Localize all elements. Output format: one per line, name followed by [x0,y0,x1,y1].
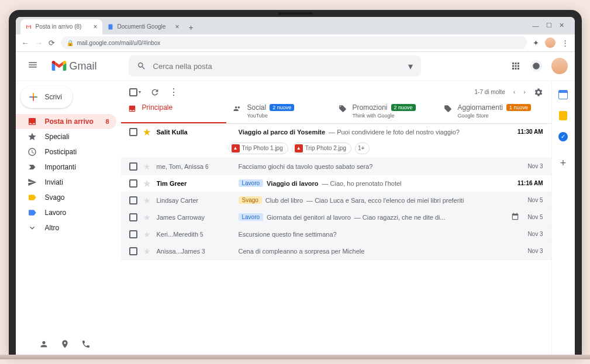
url-text: mail.google.com/mail/u/0/#inbox [77,40,161,46]
email-row[interactable]: ★ James Carroway Lavoro Giornata dei gen… [121,209,551,226]
window-controls: — ☐ ✕ [527,17,570,34]
apps-icon[interactable] [510,61,521,71]
search-options-icon[interactable]: ▾ [408,61,413,72]
star-icon[interactable]: ★ [143,162,151,171]
location-icon[interactable] [60,339,70,349]
plus-icon [27,91,39,103]
sidebar-item-label: Importanti [45,163,76,171]
sidebar-item-inviati[interactable]: Inviati [16,175,116,190]
minimize-button[interactable]: — [533,22,539,29]
settings-icon[interactable] [534,88,543,97]
search-icon [137,61,146,71]
keep-app-icon[interactable] [558,110,568,121]
compose-button[interactable]: Scrivi [20,86,73,108]
calendar-icon [511,213,519,222]
email-checkbox[interactable] [129,128,137,136]
next-page-button[interactable]: › [523,89,525,95]
email-time: 11:16 AM [517,180,543,186]
star-icon[interactable]: ★ [143,179,151,188]
browser-tab-strip: Posta in arrivo (8) × Documenti Google ×… [16,17,575,34]
sidebar-item-svago[interactable]: Svago [16,190,116,205]
email-row[interactable]: ★ me, Tom, Anissa6 Facciamo giochi da ta… [121,158,551,175]
gmail-header: Gmail ▾ [16,52,575,81]
svg-rect-0 [108,24,112,29]
email-content: Facciamo giochi da tavolo questo sabato … [239,163,522,170]
email-row[interactable]: ★ Salit Kulla Viaggio al parco di Yosemi… [121,124,551,140]
email-row[interactable]: ★ Lindsay Carter Svago Club del libro Ci… [121,192,551,209]
image-icon: ▲ [232,144,240,152]
close-icon[interactable]: × [93,23,97,31]
email-checkbox[interactable] [129,230,137,238]
star-icon[interactable]: ★ [143,196,151,205]
send-icon [27,178,37,187]
attachment-name: Trip Photo 1.jpg [242,145,283,151]
email-row[interactable]: ★ Anissa...James3 Cena di compleanno a s… [121,243,551,260]
star-icon[interactable]: ★ [143,213,151,222]
extensions-icon[interactable]: ✦ [533,39,539,47]
more-button[interactable]: ⋮ [169,86,178,98]
notifications-icon[interactable] [530,60,542,72]
back-button[interactable]: ← [22,39,29,47]
tag-icon [339,105,347,115]
sidebar-item-posticipati[interactable]: Posticipati [16,144,116,160]
star-icon[interactable]: ★ [143,127,151,137]
search-box[interactable]: ▾ [129,56,421,77]
sidebar-item-speciali[interactable]: Speciali [16,129,116,144]
email-checkbox[interactable] [129,179,137,188]
prev-page-button[interactable]: ‹ [513,89,515,95]
main-menu-button[interactable] [23,55,43,77]
star-icon[interactable]: ★ [143,230,151,239]
email-checkbox[interactable] [129,196,137,204]
select-all[interactable]: ▾ [129,88,141,96]
category-tab-aggiornamenti[interactable]: Aggiornamenti 1 nuove Google Store [437,103,542,123]
attachment-more[interactable]: 1+ [355,143,370,154]
email-checkbox[interactable] [129,247,137,255]
attachment-chip[interactable]: ▲Trip Photo 1.jpg [229,143,288,154]
calendar-app-icon[interactable] [558,89,568,100]
browser-actions: ✦ ⋮ [533,37,569,48]
category-tab-principale[interactable]: Principale [121,103,226,123]
sidebar-item-lavoro[interactable]: Lavoro [16,205,116,220]
new-tab-button[interactable]: + [184,20,198,34]
email-row[interactable]: ★ Keri...Meredith5 Escursione questo fin… [121,226,551,243]
email-subject: Cena di compleanno a sorpresa per Michel… [239,248,365,255]
browser-menu-icon[interactable]: ⋮ [561,39,569,47]
category-tab-promozioni[interactable]: Promozioni 2 nuove Think with Google [332,103,437,123]
sidebar-item-altro[interactable]: Altro [16,220,116,235]
tasks-app-icon[interactable]: ✓ [558,131,568,142]
sidebar-item-posta-in-arrivo[interactable]: Posta in arrivo 8 [16,114,116,129]
email-checkbox[interactable] [129,162,137,171]
account-avatar[interactable] [551,58,568,74]
gmail-logo-text: Gmail [70,60,97,72]
add-app-icon[interactable]: + [558,158,568,169]
refresh-button[interactable] [150,88,160,97]
browser-tab-inactive[interactable]: Documenti Google × [102,19,184,34]
chevron-down-icon[interactable]: ▾ [139,89,141,95]
category-badge: 1 nuove [506,104,531,111]
inbox-icon [128,105,136,115]
close-icon[interactable]: × [175,23,179,31]
search-input[interactable] [153,62,401,71]
email-content: Escursione questo fine settimana? [239,231,522,238]
close-window-button[interactable]: ✕ [559,22,564,29]
email-time: Nov 5 [527,214,543,220]
star-icon[interactable]: ★ [143,247,151,256]
main-content: Scrivi Posta in arrivo 8 Speciali Postic… [16,81,575,355]
gmail-logo[interactable]: Gmail [51,60,97,72]
email-subject: Viaggio di lavoro [267,180,318,187]
sidebar-bottom [16,334,121,355]
sidebar-item-importanti[interactable]: Importanti [16,160,116,175]
url-bar[interactable]: 🔒 mail.google.com/mail/u/0/#inbox [61,36,527,49]
browser-profile-avatar[interactable] [545,37,556,48]
maximize-button[interactable]: ☐ [546,22,552,29]
forward-button[interactable]: → [35,39,43,47]
category-tab-social[interactable]: Social 2 nuove YouTube [226,103,332,123]
browser-tab-active[interactable]: Posta in arrivo (8) × [20,19,102,34]
phone-icon[interactable] [81,339,91,349]
reload-button[interactable]: ⟳ [49,39,55,47]
person-icon[interactable] [39,339,49,349]
email-checkbox[interactable] [129,213,137,221]
email-time: Nov 3 [527,248,543,254]
email-row[interactable]: ★ Tim Greer Lavoro Viaggio di lavoro Cia… [121,175,551,192]
attachment-chip[interactable]: ▲Trip Photo 2.jpg [292,143,351,154]
